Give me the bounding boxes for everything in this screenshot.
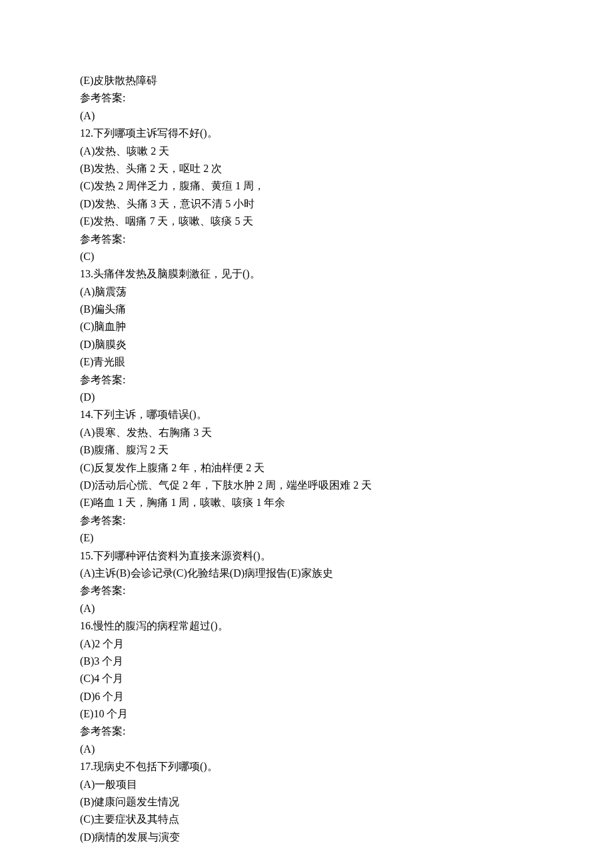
option-b: (B)健康问题发生情况 — [80, 793, 533, 811]
options-inline: (A)主诉(B)会诊记录(C)化验结果(D)病理报告(E)家族史 — [80, 565, 533, 582]
option-a: (A)一般项目 — [80, 776, 533, 793]
option-c: (C)发热 2 周伴乏力，腹痛、黄疸 1 周， — [80, 177, 533, 195]
option-d: (D)病情的发展与演变 — [80, 829, 533, 846]
option-a: (A)2 个月 — [80, 635, 533, 653]
question-text: 14.下列主诉，哪项错误()。 — [80, 406, 533, 423]
answer-label: 参考答案: — [80, 231, 533, 248]
option-c: (C)脑血肿 — [80, 318, 533, 335]
answer-value: (A) — [80, 600, 533, 617]
option-b: (B)腹痛、腹泻 2 天 — [80, 441, 533, 459]
option-c: (C)4 个月 — [80, 670, 533, 687]
option-a: (A)畏寒、发热、右胸痛 3 天 — [80, 424, 533, 441]
option-c: (C)反复发作上腹痛 2 年，柏油样便 2 天 — [80, 459, 533, 477]
answer-value: (C) — [80, 248, 533, 265]
question-text: 15.下列哪种评估资料为直接来源资料()。 — [80, 547, 533, 565]
option-d: (D)活动后心慌、气促 2 年，下肢水肿 2 周，端坐呼吸困难 2 天 — [80, 477, 533, 494]
option-b: (B)偏头痛 — [80, 301, 533, 318]
answer-label: 参考答案: — [80, 723, 533, 740]
answer-label: 参考答案: — [80, 371, 533, 389]
option-e: (E)青光眼 — [80, 353, 533, 371]
question-text: 13.头痛伴发热及脑膜刺激征，见于()。 — [80, 265, 533, 283]
answer-value: (D) — [80, 389, 533, 406]
option-d: (D)发热、头痛 3 天，意识不清 5 小时 — [80, 195, 533, 213]
document-page: (E)皮肤散热障碍 参考答案: (A) 12.下列哪项主诉写得不好()。 (A)… — [0, 0, 613, 868]
option-a: (A)脑震荡 — [80, 283, 533, 301]
answer-value: (A) — [80, 107, 533, 125]
answer-value: (A) — [80, 741, 533, 758]
text-line: (E)皮肤散热障碍 — [80, 72, 533, 89]
option-a: (A)发热、咳嗽 2 天 — [80, 143, 533, 160]
answer-label: 参考答案: — [80, 512, 533, 529]
answer-label: 参考答案: — [80, 582, 533, 599]
answer-label: 参考答案: — [80, 89, 533, 107]
option-e: (E)咯血 1 天，胸痛 1 周，咳嗽、咳痰 1 年余 — [80, 494, 533, 511]
option-b: (B)3 个月 — [80, 653, 533, 670]
option-d: (D)脑膜炎 — [80, 336, 533, 353]
option-e: (E)发热、咽痛 7 天，咳嗽、咳痰 5 天 — [80, 213, 533, 230]
question-text: 12.下列哪项主诉写得不好()。 — [80, 125, 533, 142]
option-e: (E)10 个月 — [80, 705, 533, 723]
option-c: (C)主要症状及其特点 — [80, 811, 533, 828]
option-b: (B)发热、头痛 2 天，呕吐 2 次 — [80, 160, 533, 177]
answer-value: (E) — [80, 529, 533, 547]
question-text: 17.现病史不包括下列哪项()。 — [80, 758, 533, 775]
question-text: 16.慢性的腹泻的病程常超过()。 — [80, 617, 533, 635]
option-d: (D)6 个月 — [80, 688, 533, 705]
